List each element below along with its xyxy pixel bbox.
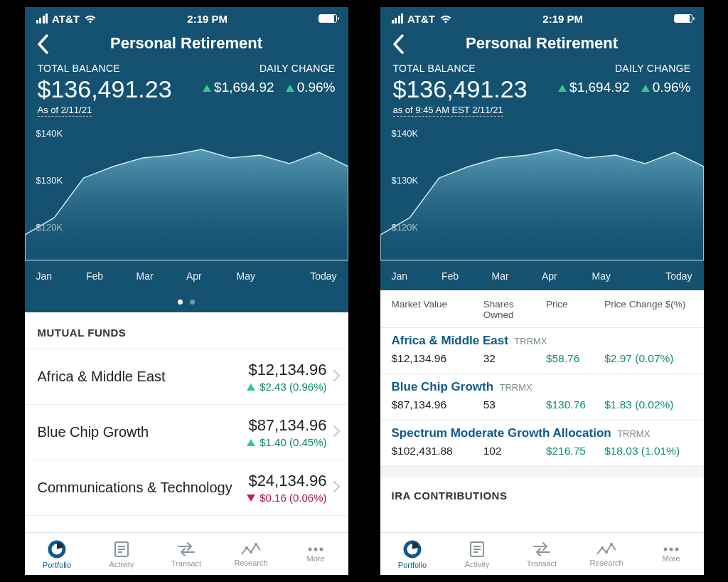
balance-panel: TOTAL BALANCE $136,491.23 As of 2/11/21 … [25,63,348,120]
tab-more[interactable]: More [284,546,348,563]
fund-value: $24,134.96 [247,472,326,490]
up-triangle-icon [286,85,294,92]
tab-activity[interactable]: Activity [445,540,510,568]
page-dot[interactable] [178,300,183,305]
svg-point-13 [664,547,668,551]
table-row[interactable]: Spectrum Moderate Growth Allocation TRRM… [380,420,704,467]
fund-ticker: TRRMX [500,382,532,393]
svg-point-14 [670,547,673,551]
fund-delta: $1.40 (0.45%) [259,436,326,448]
section-divider [380,467,704,477]
page-title: Personal Retirement [110,34,262,53]
up-triangle-icon [641,85,650,92]
wifi-icon [84,14,97,23]
page-dots[interactable] [25,290,348,313]
fund-row[interactable]: Africa & Middle East $12,134.96 $2.43 (0… [25,349,348,405]
cell-mv: $87,134.96 [392,398,483,411]
phone-left: AT&T 2:19 PM Personal Retirement TOTAL B… [25,7,348,575]
carrier-label: AT&T [407,13,435,25]
phone-right: AT&T 2:19 PM Personal Retirement TOTAL B… [380,7,704,575]
back-button[interactable] [392,34,405,57]
cell-price: $216.75 [546,445,604,457]
cell-price-change: $2.97 (0.07%) [604,352,692,365]
nav-header: Personal Retirement [25,30,348,63]
col-market-value: Market Value [392,299,483,320]
svg-point-15 [675,547,679,551]
tab-portfolio[interactable]: Portfolio [25,539,90,569]
up-triangle-icon [247,383,255,391]
down-triangle-icon [247,494,255,502]
cell-price-change: $1.83 (0.02%) [604,398,692,411]
up-triangle-icon [558,85,567,92]
fund-value: $87,134.96 [247,416,326,435]
status-bar: AT&T 2:19 PM [25,7,348,30]
fund-name: Blue Chip Growth [392,380,494,393]
svg-point-5 [309,547,312,551]
signal-icon [36,14,48,23]
fund-name: Spectrum Moderate Growth Allocation [392,426,611,440]
holdings-table: Market Value Shares Owned Price Price Ch… [380,290,704,532]
balance-chart[interactable]: $140K $130K $120K [25,125,348,260]
tab-bar: Portfolio Activity Transact Research Mor… [25,532,348,575]
cell-price: $130.76 [546,398,604,411]
carrier-label: AT&T [52,13,80,25]
tab-more[interactable]: More [639,546,704,563]
status-time: 2:19 PM [187,13,228,25]
asof-link[interactable]: as of 9:45 AM EST 2/11/21 [393,105,503,117]
fund-name: Communications & Technology [38,479,247,497]
back-button[interactable] [36,34,49,57]
table-row[interactable]: Blue Chip Growth TRRMX $87,134.96 53 $13… [380,374,704,420]
cell-mv: $12,134.96 [392,352,483,365]
cell-shares: 32 [483,352,546,365]
status-bar: AT&T 2:19 PM [380,7,704,30]
tab-portfolio[interactable]: Portfolio [380,539,445,569]
chevron-right-icon [333,481,340,495]
chart-x-ticks: Jan Feb Mar Apr May Today [25,260,348,290]
tab-research[interactable]: Research [219,541,284,567]
battery-icon [674,14,692,23]
wifi-icon [439,14,452,23]
fund-row[interactable]: Communications & Technology $24,134.96 $… [25,460,348,516]
table-header: Market Value Shares Owned Price Price Ch… [380,290,704,328]
fund-name: Africa & Middle East [392,334,508,347]
cell-shares: 102 [483,445,546,457]
col-price-change: Price Change $(%) [604,299,692,320]
svg-point-2 [245,546,248,549]
mutual-funds-list: MUTUAL FUNDS Africa & Middle East $12,13… [25,312,348,532]
cell-price: $58.76 [546,352,604,365]
up-triangle-icon [203,85,211,92]
svg-point-10 [601,546,604,549]
asof-link[interactable]: As of 2/11/21 [38,105,92,117]
fund-delta: $0.16 (0.06%) [259,492,326,504]
daily-change-label: DAILY CHANGE [558,63,690,74]
daily-amount: $1,694.92 [569,80,630,95]
balance-chart[interactable]: $140K $130K $120K [380,125,704,260]
col-price: Price [546,299,604,320]
table-row[interactable]: Africa & Middle East TRRMX $12,134.96 32… [380,328,704,374]
battery-icon [318,14,337,23]
up-triangle-icon [247,439,255,446]
chevron-right-icon [333,370,340,384]
tab-bar: Portfolio Activity Transact Research Mor… [380,532,704,575]
tab-transact[interactable]: Transact [510,541,574,568]
daily-change-label: DAILY CHANGE [203,63,335,74]
nav-header: Personal Retirement [380,30,704,63]
svg-point-6 [314,547,318,551]
fund-value: $12,134.96 [247,361,326,379]
balance-label: TOTAL BALANCE [393,63,528,74]
svg-point-12 [610,543,613,546]
chart-x-ticks: Jan Feb Mar Apr May Today [380,260,704,290]
page-title: Personal Retirement [466,34,618,53]
tab-transact[interactable]: Transact [154,541,219,568]
svg-point-11 [605,551,608,554]
balance-panel: TOTAL BALANCE $136,491.23 as of 9:45 AM … [380,63,704,120]
tab-research[interactable]: Research [574,541,639,567]
fund-name: Africa & Middle East [38,368,247,386]
svg-point-7 [320,547,323,551]
col-shares-owned: Shares Owned [483,299,546,320]
signal-icon [392,14,404,23]
tab-activity[interactable]: Activity [90,540,154,568]
page-dot[interactable] [190,300,195,305]
status-time: 2:19 PM [542,13,583,25]
fund-row[interactable]: Blue Chip Growth $87,134.96 $1.40 (0.45%… [25,405,348,460]
